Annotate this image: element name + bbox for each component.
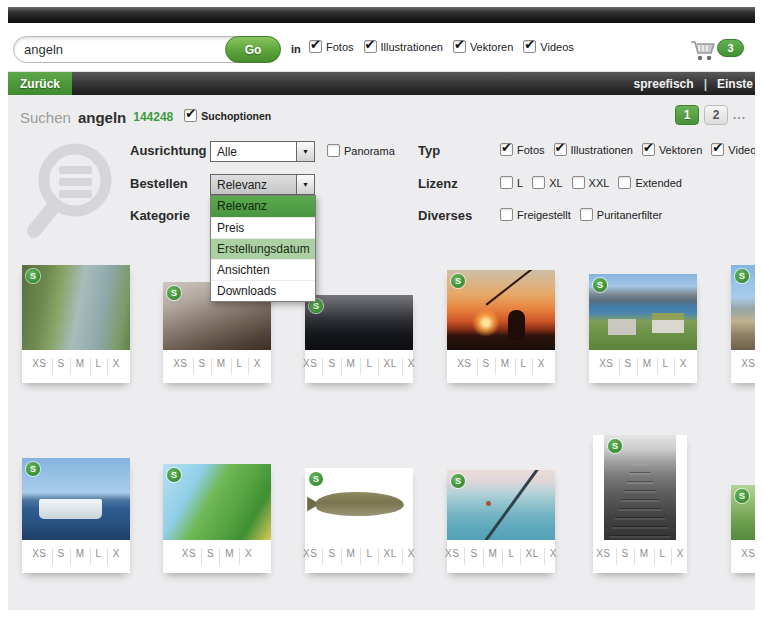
size-chip-xs[interactable]: XS <box>298 548 322 565</box>
size-chip-l[interactable]: L <box>90 358 107 375</box>
dropdown-option-erstellungsdatum[interactable]: Erstellungsdatum <box>211 238 315 259</box>
thumbnail-photo[interactable]: S <box>163 464 271 540</box>
size-chip-x[interactable]: X <box>544 548 562 565</box>
size-chip-x[interactable]: X <box>402 548 420 565</box>
username-link[interactable]: spreefisch <box>634 77 694 91</box>
size-chip-xs[interactable]: XS <box>736 358 755 375</box>
size-chip-xl[interactable]: XL <box>378 358 402 375</box>
size-chip-x[interactable]: X <box>674 358 692 375</box>
size-chip-xs[interactable]: XS <box>168 358 192 375</box>
thumbnail-photo[interactable]: S <box>731 265 755 350</box>
thumbnail-card-angler-riverbank[interactable]: S XSSMLX <box>22 265 130 383</box>
thumbnail-card-meadow-partial[interactable]: S XSSMLX <box>731 485 755 573</box>
size-chip-s[interactable]: S <box>619 358 637 375</box>
size-chip-xs[interactable]: XS <box>440 548 464 565</box>
size-chip-m[interactable]: M <box>341 358 361 375</box>
thumbnail-card-dark-pier[interactable]: S XSSMLXLX <box>305 295 413 383</box>
size-chip-xs[interactable]: XS <box>591 548 615 565</box>
thumbnail-photo[interactable]: S <box>22 265 130 350</box>
checkbox-box[interactable] <box>523 40 536 53</box>
size-chip-m[interactable]: M <box>637 358 657 375</box>
checkbox-extended[interactable]: Extended <box>618 176 681 189</box>
thumbnail-photo[interactable]: S <box>731 485 755 540</box>
thumbnail-photo[interactable]: S <box>447 270 555 350</box>
checkbox-illustrationen[interactable]: Illustrationen <box>554 143 633 156</box>
thumbnail-photo[interactable]: S <box>305 468 413 540</box>
size-chip-x[interactable]: X <box>239 548 257 565</box>
size-chip-xs[interactable]: XS <box>27 358 51 375</box>
thumbnail-card-fjord-cabins[interactable]: S XSSMLX <box>589 274 697 383</box>
size-chip-x[interactable]: X <box>532 358 550 375</box>
checkbox-box[interactable] <box>500 208 513 221</box>
size-chip-m[interactable]: M <box>483 548 503 565</box>
size-chip-m[interactable]: M <box>495 358 515 375</box>
cart-area[interactable]: 3 <box>689 37 751 63</box>
size-chip-l[interactable]: L <box>360 548 377 565</box>
settings-link[interactable]: Einste <box>717 77 753 91</box>
checkbox-puritanerfilter[interactable]: Puritanerfilter <box>580 208 662 221</box>
checkbox-box[interactable] <box>618 176 631 189</box>
thumbnail-card-sunset-angler[interactable]: S XSSMLX <box>447 270 555 383</box>
size-chip-m[interactable]: M <box>341 548 361 565</box>
size-chip-xs[interactable]: XS <box>594 358 618 375</box>
go-button[interactable]: Go <box>225 36 281 63</box>
size-chip-m[interactable]: M <box>634 548 654 565</box>
thumbnail-photo[interactable]: S <box>22 458 130 540</box>
dropdown-option-ansichten[interactable]: Ansichten <box>211 259 315 280</box>
page-button-1[interactable]: 1 <box>675 105 699 125</box>
size-chip-s[interactable]: S <box>616 548 634 565</box>
checkbox-videos[interactable]: Videos <box>523 40 573 53</box>
size-chip-l[interactable]: L <box>502 548 519 565</box>
thumbnail-card-angler-cartoon[interactable]: S XSSMX <box>163 464 271 573</box>
size-chip-x[interactable]: X <box>402 358 420 375</box>
thumbnail-photo[interactable]: S <box>305 295 413 350</box>
size-chip-s[interactable]: S <box>201 548 219 565</box>
thumbnail-photo[interactable]: S <box>604 435 676 540</box>
thumbnail-card-fishing-boat[interactable]: S XSSMLX <box>22 458 130 573</box>
size-chip-s[interactable]: S <box>322 358 340 375</box>
size-chip-s[interactable]: S <box>52 358 70 375</box>
thumbnail-photo[interactable]: S <box>447 470 555 540</box>
checkbox-freigestellt[interactable]: Freigestellt <box>500 208 571 221</box>
size-chip-s[interactable]: S <box>322 548 340 565</box>
size-chip-l[interactable]: L <box>90 548 107 565</box>
checkbox-box[interactable] <box>500 176 513 189</box>
back-button[interactable]: Zurück <box>8 72 72 95</box>
thumbnail-card-zander-fish[interactable]: S XSSMLXLX <box>305 468 413 573</box>
checkbox-box[interactable] <box>642 143 655 156</box>
size-chip-l[interactable]: L <box>654 548 671 565</box>
page-button-2[interactable]: 2 <box>704 105 728 125</box>
checkbox-box[interactable] <box>572 176 585 189</box>
checkbox-box[interactable] <box>580 208 593 221</box>
size-chip-m[interactable]: M <box>70 358 90 375</box>
size-chip-xs[interactable]: XS <box>27 548 51 565</box>
checkbox-xl[interactable]: XL <box>532 176 562 189</box>
size-chip-x[interactable]: X <box>107 358 125 375</box>
checkbox-box[interactable] <box>554 143 567 156</box>
bestellen-select[interactable]: Relevanz ▼ <box>210 174 315 195</box>
dropdown-option-downloads[interactable]: Downloads <box>211 280 315 301</box>
checkbox-box[interactable] <box>453 40 466 53</box>
size-chip-m[interactable]: M <box>70 548 90 565</box>
size-chip-x[interactable]: X <box>107 548 125 565</box>
thumbnail-card-rod-over-sea[interactable]: S XSSMLXLX <box>447 470 555 573</box>
cart-icon[interactable] <box>689 38 719 62</box>
checkbox-l[interactable]: L <box>500 176 523 189</box>
checkbox-box[interactable] <box>364 40 377 53</box>
thumbnail-card-beach-sky-partial[interactable]: S XSSMLX <box>731 265 755 383</box>
checkbox-xxl[interactable]: XXL <box>572 176 610 189</box>
chevron-down-icon[interactable]: ▼ <box>296 175 314 194</box>
checkbox-box[interactable] <box>184 109 197 122</box>
size-chip-xs[interactable]: XS <box>177 548 201 565</box>
size-chip-s[interactable]: S <box>477 358 495 375</box>
size-chip-l[interactable]: L <box>231 358 248 375</box>
size-chip-xl[interactable]: XL <box>520 548 544 565</box>
thumbnail-photo[interactable]: S <box>589 274 697 350</box>
size-chip-s[interactable]: S <box>52 548 70 565</box>
cart-count-badge[interactable]: 3 <box>717 39 744 57</box>
checkbox-box[interactable] <box>711 143 724 156</box>
ausrichtung-select[interactable]: Alle ▼ <box>210 141 315 162</box>
checkbox-illustrationen[interactable]: Illustrationen <box>364 40 443 53</box>
pagination-more[interactable]: ... <box>733 108 746 122</box>
checkbox-videos[interactable]: Videos <box>711 143 755 156</box>
